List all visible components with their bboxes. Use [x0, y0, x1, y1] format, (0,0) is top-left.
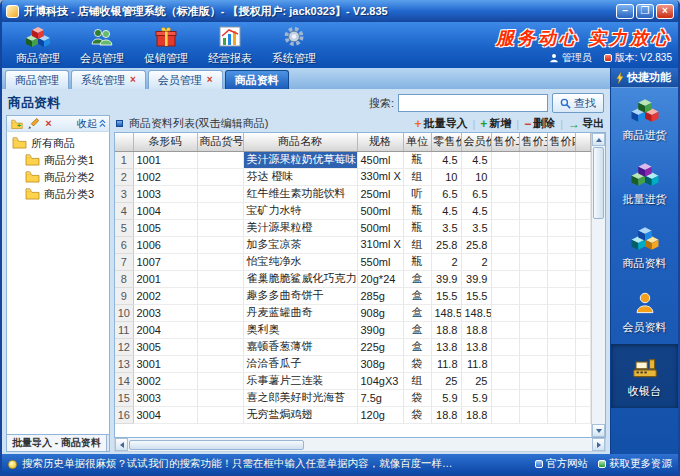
scroll-up-arrow[interactable]: [592, 133, 605, 146]
table-row[interactable]: 61006加多宝凉茶310ml X 6罐组25.825.8: [115, 236, 591, 253]
search-input[interactable]: [398, 94, 548, 112]
cell-item_no: [197, 151, 243, 168]
table-row[interactable]: 153003喜之郎美好时光海苔7.5g袋5.95.9: [115, 389, 591, 406]
quick-item-batch-purchase[interactable]: 批量进货: [611, 152, 678, 216]
column-header-7[interactable]: 会员价: [461, 133, 491, 151]
cell-p2: [491, 185, 519, 202]
table-row[interactable]: 143002乐事薯片三连装104gX3组2525: [115, 372, 591, 389]
row-number-cell: 11: [115, 321, 133, 338]
find-button[interactable]: 查找: [552, 93, 604, 113]
collapse-tree-button[interactable]: 收起: [77, 117, 106, 131]
horizontal-scroll-thumb[interactable]: [129, 440, 304, 450]
close-button[interactable]: ×: [656, 4, 674, 19]
toolbar-item-promo-mgmt[interactable]: 促销管理: [134, 25, 198, 66]
horizontal-scrollbar[interactable]: [114, 438, 606, 452]
column-header-2[interactable]: 商品货号: [197, 133, 243, 151]
column-header-10[interactable]: 售价四: [547, 133, 575, 151]
table-row[interactable]: 41004宝矿力水特500ml瓶4.54.5: [115, 202, 591, 219]
cell-filler: [575, 253, 591, 270]
table-row[interactable]: 133001洽洽香瓜子308g袋11.811.8: [115, 355, 591, 372]
cell-p2: [491, 406, 519, 423]
bottom-tab-strip: 批量导入 - 商品资料: [6, 435, 110, 452]
more-resources-link[interactable]: 获取更多资源: [598, 457, 672, 471]
cell-p3: [519, 338, 547, 355]
add-goods-button[interactable]: +新增: [480, 116, 511, 131]
minimize-button[interactable]: –: [616, 4, 634, 19]
official-site-link[interactable]: 官方网站: [535, 457, 588, 471]
cell-item_no: [197, 270, 243, 287]
table-row[interactable]: 82001雀巢脆脆鲨威化巧克力20g*24盒39.939.9: [115, 270, 591, 287]
cell-p3: [519, 185, 547, 202]
column-header-0[interactable]: [115, 133, 133, 151]
boxes-blue-icon: [630, 225, 660, 254]
cell-item_no: [197, 168, 243, 185]
batch-import-button[interactable]: +批量导入: [414, 116, 467, 131]
column-header-9[interactable]: 售价三: [519, 133, 547, 151]
column-header-1[interactable]: 条形码: [133, 133, 197, 151]
table-row[interactable]: 31003红牛维生素功能饮料250ml听6.56.5: [115, 185, 591, 202]
tab-close-icon[interactable]: ×: [130, 75, 136, 85]
tab-goods-mgmt[interactable]: 商品管理: [5, 70, 69, 89]
grid-viewport: 条形码商品货号商品名称规格单位零售价会员价售价二售价三售价四11001美汁源果粒…: [115, 133, 591, 437]
tab-close-icon[interactable]: ×: [207, 75, 213, 85]
tab-member-mgmt[interactable]: 会员管理×: [148, 70, 223, 89]
edit-category-icon[interactable]: [26, 117, 39, 130]
tree-item-category-3[interactable]: 商品分类3: [7, 186, 109, 203]
cell-filler: [575, 304, 591, 321]
cell-barcode: 3001: [133, 355, 197, 372]
column-header-3[interactable]: 商品名称: [243, 133, 357, 151]
tree-item-category-1[interactable]: 商品分类1: [7, 152, 109, 169]
maximize-button[interactable]: ❐: [636, 4, 654, 19]
search-label: 搜索:: [369, 96, 394, 111]
toolbar-item-report[interactable]: 经营报表: [198, 25, 262, 66]
delete-category-icon[interactable]: ×: [42, 117, 55, 130]
current-user[interactable]: 管理员: [549, 51, 592, 65]
column-header-8[interactable]: 售价二: [491, 133, 519, 151]
quick-item-goods-info[interactable]: 商品资料: [611, 216, 678, 280]
quick-item-member-info[interactable]: 会员资料: [611, 280, 678, 344]
folder-icon: [12, 136, 27, 151]
tab-goods-info[interactable]: 商品资料: [225, 70, 289, 89]
column-header-4[interactable]: 规格: [357, 133, 403, 151]
toolbar-item-system-mgmt[interactable]: 系统管理: [262, 25, 326, 66]
cell-unit: 盒: [403, 287, 431, 304]
scroll-down-arrow[interactable]: [592, 424, 605, 437]
table-row[interactable]: 92002趣多多曲奇饼干285g盒15.515.5: [115, 287, 591, 304]
table-row[interactable]: 51005美汁源果粒橙500ml瓶3.53.5: [115, 219, 591, 236]
tab-system-mgmt[interactable]: 系统管理×: [71, 70, 146, 89]
cell-filler: [575, 321, 591, 338]
scroll-right-arrow[interactable]: [592, 438, 605, 451]
vertical-scrollbar[interactable]: [591, 133, 605, 437]
toolbar-item-goods-mgmt[interactable]: 商品管理: [6, 25, 70, 66]
cell-unit: 瓶: [403, 151, 431, 168]
cell-member: 2: [461, 253, 491, 270]
table-row[interactable]: 11001美汁源果粒奶优草莓味450ml瓶4.54.5: [115, 151, 591, 168]
quick-item-label: 会员资料: [623, 320, 667, 335]
bottom-tab-batch-import[interactable]: 批量导入 - 商品资料: [7, 435, 107, 451]
cell-p4: [547, 389, 575, 406]
vertical-scroll-thumb[interactable]: [593, 147, 604, 219]
table-row[interactable]: 71007怡宝纯净水550ml瓶22: [115, 253, 591, 270]
row-number-cell: 8: [115, 270, 133, 287]
column-header-6[interactable]: 零售价: [431, 133, 461, 151]
tree-item-all-goods[interactable]: 所有商品: [7, 135, 109, 152]
column-header-5[interactable]: 单位: [403, 133, 431, 151]
scroll-left-arrow[interactable]: [115, 438, 128, 451]
quick-item-goods-purchase[interactable]: 商品进货: [611, 88, 678, 152]
cell-item_no: [197, 355, 243, 372]
export-button[interactable]: →导出: [568, 116, 604, 131]
cell-member: 11.8: [461, 355, 491, 372]
tab-bar: 商品管理系统管理×会员管理×商品资料: [2, 68, 610, 89]
quick-item-cashier[interactable]: 收银台: [611, 344, 678, 408]
toolbar-item-member-mgmt[interactable]: 会员管理: [70, 25, 134, 66]
table-row[interactable]: 112004奥利奥390g盒18.818.8: [115, 321, 591, 338]
title-bar: 开博科技 - 店铺收银管理系统（标准版）- 【授权用户: jack0323】- …: [2, 0, 678, 22]
delete-goods-button[interactable]: −删除: [524, 116, 555, 131]
tree-item-category-2[interactable]: 商品分类2: [7, 169, 109, 186]
table-row[interactable]: 163004无穷盐焗鸡翅120g袋18.818.8: [115, 406, 591, 423]
add-category-icon[interactable]: +: [10, 117, 23, 130]
table-row[interactable]: 21002芬达 橙味330ml X 6罐组1010: [115, 168, 591, 185]
table-row[interactable]: 123005嘉顿香葱薄饼225g盒13.813.8: [115, 338, 591, 355]
cell-p2: [491, 236, 519, 253]
table-row[interactable]: 102003丹麦蓝罐曲奇908g盒148.5148.5: [115, 304, 591, 321]
